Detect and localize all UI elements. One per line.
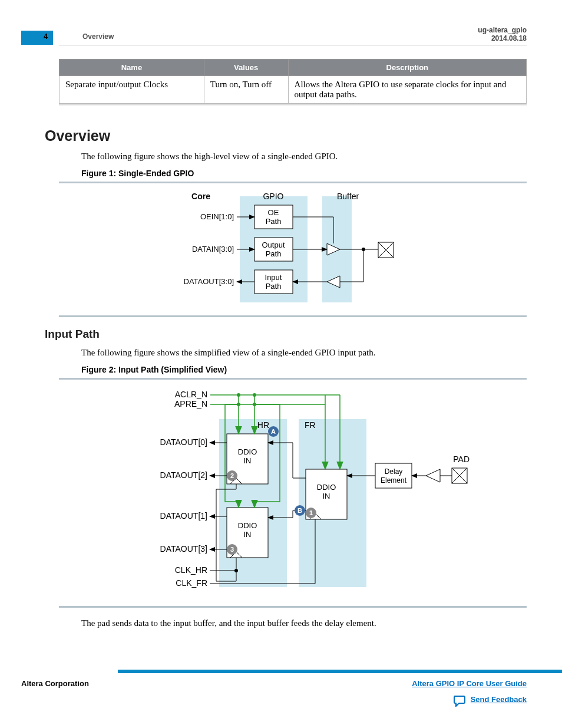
input-buffer-icon (426, 469, 440, 482)
header-divider (59, 45, 527, 45)
label-do1: DATAOUT[1] (160, 511, 207, 521)
send-feedback-link[interactable]: Send Feedback (471, 695, 527, 707)
label-gpio: GPIO (263, 192, 283, 201)
page-footer: Altera Corporation Altera GPIO IP Core U… (0, 670, 562, 728)
col-name: Name (59, 60, 204, 76)
doc-date: 2014.08.18 (491, 34, 527, 42)
ddio-bot-l2: IN (244, 530, 252, 539)
block-oe-label1: OE (268, 208, 279, 217)
input-path-lead: The following figure shows the simplifie… (81, 348, 527, 358)
ddio-fr-l2: IN (323, 492, 330, 500)
figure-1-svg: Core GPIO Buffer OE Path Output Path Inp… (128, 190, 458, 308)
figure-1: Core GPIO Buffer OE Path Output Path Inp… (59, 182, 527, 317)
ddio-top-l2: IN (244, 456, 252, 465)
label-datain: DATAIN[3:0] (192, 245, 234, 253)
page-number: 4 (44, 32, 48, 41)
block-in-label1: Input (265, 273, 282, 282)
block-out-label2: Path (266, 249, 282, 258)
block-in-label2: Path (266, 282, 282, 291)
badge-1: 1 (309, 509, 313, 516)
overview-lead: The following figure shows the high-leve… (81, 151, 527, 162)
label-do2: DATAOUT[2] (160, 470, 207, 480)
label-pad: PAD (453, 454, 470, 464)
page-tab (21, 31, 53, 45)
label-fr: FR (305, 420, 316, 430)
figure-2-svg: ACLR_N APRE_N HR FR PAD DDIO IN DDIO IN … (92, 387, 493, 599)
ddio-fr-l1: DDIO (317, 483, 336, 492)
cell-description: Allows the Altera GPIO to use separate c… (288, 76, 526, 104)
block-oe-label2: Path (266, 217, 282, 226)
label-hr: HR (257, 420, 269, 430)
ddio-top-l1: DDIO (238, 447, 257, 456)
figure-1-caption: Figure 1: Single-Ended GPIO (81, 169, 527, 178)
col-description: Description (288, 60, 526, 76)
label-buffer: Buffer (337, 192, 359, 201)
label-core: Core (191, 192, 210, 201)
cell-values: Turn on, Turn off (204, 76, 288, 104)
cell-name: Separate input/output Clocks (59, 76, 204, 104)
footer-corp: Altera Corporation (21, 679, 89, 688)
badge-A: A (271, 428, 276, 435)
delay-l1: Delay (385, 467, 403, 476)
label-apre: APRE_N (174, 399, 207, 409)
footer-bar (118, 670, 562, 673)
table-header: Name Values Description (59, 60, 527, 76)
label-clkfr: CLK_FR (176, 578, 207, 588)
page-content: Name Values Description Separate input/o… (0, 59, 562, 628)
badge-2: 2 (230, 472, 234, 479)
input-path-tail: The pad sends data to the input buffer, … (81, 618, 527, 628)
figure-2: ACLR_N APRE_N HR FR PAD DDIO IN DDIO IN … (59, 378, 527, 608)
label-do0: DATAOUT[0] (160, 437, 207, 447)
label-dataout: DATAOUT[3:0] (184, 277, 234, 286)
label-aclr: ACLR_N (175, 390, 207, 399)
heading-overview: Overview (45, 127, 527, 144)
label-oein: OEIN[1:0] (200, 212, 234, 221)
footer-guide-link[interactable]: Altera GPIO IP Core User Guide (412, 679, 527, 688)
label-clkhr: CLK_HR (175, 565, 207, 575)
badge-3: 3 (230, 546, 234, 553)
doc-id: ug-altera_gpio (478, 26, 527, 34)
ddio-bot-l1: DDIO (238, 521, 257, 530)
badge-B: B (297, 507, 302, 514)
block-out-label1: Output (262, 241, 285, 249)
heading-input-path: Input Path (45, 328, 527, 341)
table-shadow (59, 104, 527, 106)
parameter-table: Name Values Description Separate input/o… (59, 59, 527, 104)
table-row: Separate input/output Clocks Turn on, Tu… (59, 76, 527, 104)
label-do3: DATAOUT[3] (160, 544, 207, 554)
feedback-icon (453, 695, 466, 707)
breadcrumb: Overview (82, 32, 114, 41)
col-values: Values (204, 60, 288, 76)
page-header: 4 Overview ug-altera_gpio 2014.08.18 (0, 18, 562, 59)
figure-2-caption: Figure 2: Input Path (Simplified View) (81, 365, 527, 374)
delay-l2: Element (381, 476, 407, 485)
